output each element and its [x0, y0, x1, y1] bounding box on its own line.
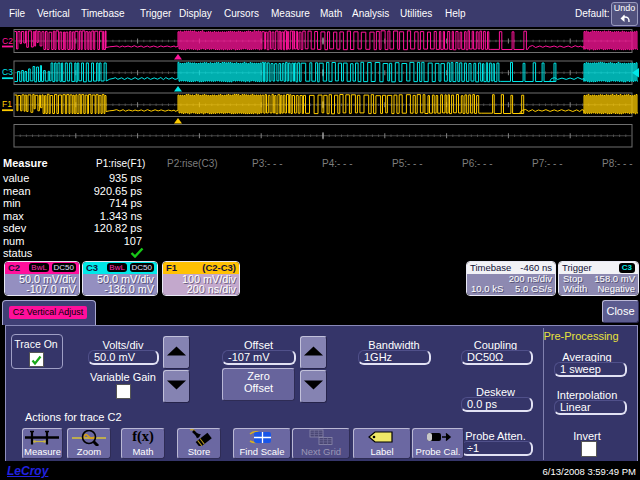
svg-text:C3: C3	[2, 67, 13, 77]
svg-text:C2: C2	[2, 36, 13, 46]
svg-text:F1: F1	[2, 99, 12, 109]
